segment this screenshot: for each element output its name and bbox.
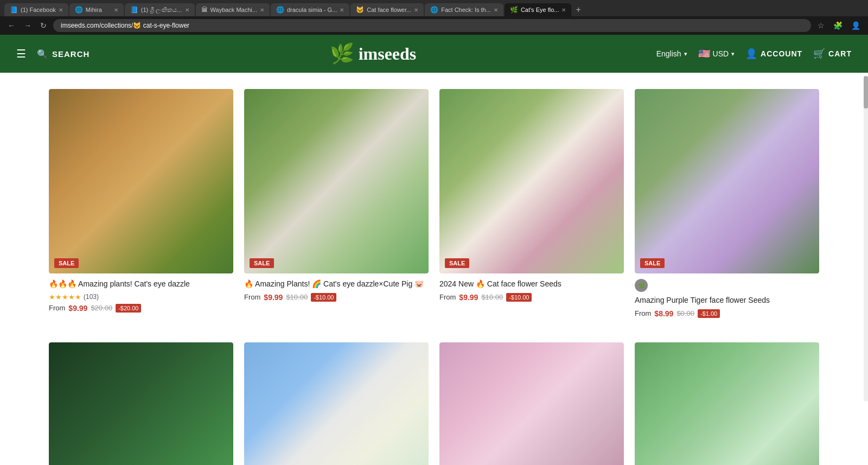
product-title-3: 2024 New 🔥 Cat face flower Seeds <box>439 279 624 290</box>
tab-close-catface[interactable]: ✕ <box>414 7 418 13</box>
language-label: English <box>656 49 681 58</box>
price-from-3: From <box>439 293 456 301</box>
bottom-card-2[interactable] <box>239 337 434 465</box>
tab-close-sinhala[interactable]: ✕ <box>185 7 189 13</box>
tab-favicon-facebook: 📘 <box>10 6 18 14</box>
account-icon: 👤 <box>745 48 757 60</box>
tab-bar: 📘 (1) Facebook ✕ 🌐 Mihira ✕ 📘 (1) ශ්‍රී … <box>0 0 868 16</box>
new-tab-button[interactable]: + <box>572 5 584 15</box>
forward-button[interactable]: → <box>22 20 34 31</box>
back-button[interactable]: ← <box>5 20 17 31</box>
sale-badge-1: SALE <box>54 258 79 268</box>
tab-close-facebook[interactable]: ✕ <box>59 7 63 13</box>
profile-button[interactable]: 👤 <box>849 20 863 31</box>
language-selector[interactable]: English ▾ <box>656 49 687 58</box>
product-grid: SALE 🔥🔥🔥 Amazing plants! Cat's eye dazzl… <box>0 73 868 337</box>
tab-label-catseye: Cat's Eye flo... <box>521 7 559 13</box>
price-row-2: From $9.99 $10.00 -$10.00 <box>244 293 429 302</box>
hamburger-icon[interactable]: ☰ <box>16 47 26 60</box>
cart-area[interactable]: 🛒 CART <box>813 48 852 60</box>
product-title-1: 🔥🔥🔥 Amazing plants! Cat's eye dazzle <box>49 279 233 290</box>
product-card-1[interactable]: SALE 🔥🔥🔥 Amazing plants! Cat's eye dazzl… <box>43 84 239 326</box>
tab-close-wayback[interactable]: ✕ <box>260 7 264 13</box>
tab-close-catseye[interactable]: ✕ <box>561 7 566 13</box>
tab-favicon-catseye: 🌿 <box>510 6 518 14</box>
tab-favicon-wayback: 🏛 <box>201 6 208 14</box>
tab-close-dracula[interactable]: ✕ <box>340 7 344 13</box>
price-row-3: From $9.99 $10.00 -$10.00 <box>439 293 624 302</box>
product-title-2: 🔥 Amazing Plants! 🌈 Cat's eye dazzle×Cut… <box>244 279 429 290</box>
search-area[interactable]: 🔍 SEARCH <box>37 49 90 59</box>
price-discount-4: -$1.00 <box>698 309 720 318</box>
price-current-3: $9.99 <box>459 293 478 302</box>
bottom-image-2 <box>244 342 429 465</box>
price-discount-1: -$20.00 <box>116 304 141 313</box>
price-discount-2: -$10.00 <box>311 293 336 302</box>
extensions-button[interactable]: 🧩 <box>831 20 845 31</box>
tab-label-facebook: (1) Facebook <box>21 7 56 13</box>
tab-close-factcheck[interactable]: ✕ <box>494 7 498 13</box>
seller-avatar-4: 🌿 <box>635 279 648 292</box>
tab-factcheck[interactable]: 🌐 Fact Check: Is th... ✕ <box>425 3 503 16</box>
price-current-2: $9.99 <box>264 293 283 302</box>
header-left: ☰ 🔍 SEARCH <box>16 47 90 60</box>
bottom-image-3 <box>439 342 624 465</box>
bottom-card-1[interactable] <box>43 337 239 465</box>
account-label: ACCOUNT <box>761 49 802 58</box>
product-image-3 <box>439 89 624 273</box>
product-card-3[interactable]: SALE 2024 New 🔥 Cat face flower Seeds Fr… <box>434 84 629 326</box>
tab-close-mihira[interactable]: ✕ <box>114 7 118 13</box>
search-icon: 🔍 <box>37 49 48 59</box>
currency-chevron-icon: ▾ <box>731 50 735 58</box>
bottom-card-4[interactable] <box>629 337 825 465</box>
product-info-1: 🔥🔥🔥 Amazing plants! Cat's eye dazzle ★★★… <box>49 273 233 315</box>
product-card-4[interactable]: SALE 🌿 Amazing Purple Tiger face flower … <box>629 84 825 326</box>
price-row-1: From $9.99 $20.00 -$20.00 <box>49 304 233 313</box>
price-original-3: $10.00 <box>481 293 503 301</box>
tab-favicon-sinhala: 📘 <box>130 6 138 14</box>
tab-label-sinhala: (1) ශ්‍රී ලංකිකය... <box>141 7 182 14</box>
bottom-image-wrap-4 <box>635 342 819 465</box>
stars-1: ★★★★★ <box>49 293 81 301</box>
price-discount-3: -$10.00 <box>506 293 532 302</box>
bottom-image-wrap-3 <box>439 342 624 465</box>
cart-label: CART <box>828 49 852 58</box>
bottom-row <box>0 337 868 465</box>
tab-favicon-factcheck: 🌐 <box>430 6 438 14</box>
bookmark-button[interactable]: ☆ <box>815 20 827 31</box>
product-card-2[interactable]: SALE 🔥 Amazing Plants! 🌈 Cat's eye dazzl… <box>239 84 434 326</box>
search-label: SEARCH <box>52 49 90 59</box>
bottom-image-wrap-1 <box>49 342 233 465</box>
sale-badge-4: SALE <box>640 258 665 268</box>
currency-label: USD <box>713 49 729 58</box>
tab-dracula[interactable]: 🌐 dracula simia - G... ✕ <box>271 3 349 16</box>
bottom-card-3[interactable] <box>434 337 629 465</box>
currency-selector[interactable]: 🇺🇸 USD ▾ <box>698 48 735 60</box>
tab-facebook[interactable]: 📘 (1) Facebook ✕ <box>4 3 68 16</box>
logo-text: imseeds <box>359 44 417 64</box>
tab-label-mihira: Mihira <box>86 7 111 13</box>
address-bar-input[interactable] <box>53 19 811 32</box>
product-info-3: 2024 New 🔥 Cat face flower Seeds From $9… <box>439 273 624 304</box>
tab-label-factcheck: Fact Check: Is th... <box>441 7 491 13</box>
tab-sinhala[interactable]: 📘 (1) ශ්‍රී ලංකිකය... ✕ <box>125 3 195 16</box>
tab-catface[interactable]: 🐱 Cat face flower... ✕ <box>350 3 424 16</box>
product-title-4: Amazing Purple Tiger face flower Seeds <box>635 295 819 306</box>
scrollbar-thumb[interactable] <box>864 76 868 109</box>
address-bar-row: ← → ↻ ☆ 🧩 👤 <box>0 16 868 35</box>
product-info-2: 🔥 Amazing Plants! 🌈 Cat's eye dazzle×Cut… <box>244 273 429 304</box>
tab-mihira[interactable]: 🌐 Mihira ✕ <box>69 3 124 16</box>
tab-label-wayback: Wayback Machi... <box>210 7 257 13</box>
price-original-4: $0.00 <box>676 309 694 317</box>
tab-wayback[interactable]: 🏛 Wayback Machi... ✕ <box>196 3 270 16</box>
product-image-4 <box>635 89 819 273</box>
sale-badge-2: SALE <box>250 258 274 268</box>
logo-plant-icon: 🌿 <box>330 42 354 65</box>
logo-area[interactable]: 🌿 imseeds <box>90 42 656 65</box>
account-area[interactable]: 👤 ACCOUNT <box>745 48 802 60</box>
sale-badge-3: SALE <box>445 258 469 268</box>
tab-catseye[interactable]: 🌿 Cat's Eye flo... ✕ <box>505 3 572 16</box>
product-image-2 <box>244 89 429 273</box>
scrollbar[interactable] <box>864 76 868 402</box>
reload-button[interactable]: ↻ <box>38 20 49 31</box>
